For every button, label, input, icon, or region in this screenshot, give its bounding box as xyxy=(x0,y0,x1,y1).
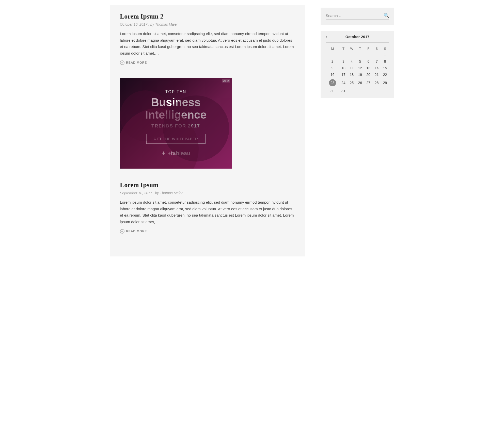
article-1-meta-sep: . by xyxy=(148,22,155,26)
search-icon: 🔍 xyxy=(384,13,389,18)
calendar-day-cell[interactable]: 11 xyxy=(348,65,356,71)
calendar-header: ‹ October 2017 xyxy=(326,35,389,39)
ad-brand-name: +tableau xyxy=(168,150,191,157)
tableau-icon: ✦ xyxy=(161,150,166,156)
article-2-read-more-button[interactable]: + READ MORE xyxy=(120,229,147,234)
calendar-day-cell[interactable]: 5 xyxy=(356,58,364,65)
search-box: 🔍 xyxy=(321,8,394,25)
article-1-read-more-label: READ MORE xyxy=(126,61,147,64)
calendar-day-cell[interactable]: 6 xyxy=(364,58,373,65)
calendar-day-cell[interactable]: 18 xyxy=(348,71,356,78)
calendar-day-cell[interactable]: 29 xyxy=(381,78,389,88)
ad-banner[interactable]: Ad ✕ TOP TEN Business Intelligence TREND… xyxy=(120,78,232,169)
article-1-meta: October 10, 2017 . by Thomas Maier xyxy=(120,22,295,26)
calendar-widget: ‹ October 2017 M T W T F S S 1 xyxy=(321,31,394,98)
search-input-wrapper: 🔍 xyxy=(326,13,389,20)
calendar-week-row: 1 xyxy=(326,52,389,58)
article-1-read-more-button[interactable]: + READ MORE xyxy=(120,60,147,65)
calendar-day-cell xyxy=(372,88,381,94)
cal-header-m: M xyxy=(326,46,339,52)
calendar-day-cell[interactable]: 16 xyxy=(326,71,339,78)
calendar-day-cell[interactable]: 19 xyxy=(356,71,364,78)
cal-header-f: F xyxy=(364,46,373,52)
article-1-author: Thomas Maier xyxy=(155,22,178,26)
cal-header-w: W xyxy=(348,46,356,52)
calendar-day-cell[interactable]: 12 xyxy=(356,65,364,71)
calendar-day-cell xyxy=(339,52,348,58)
article-1-title: Lorem Ipsum 2 xyxy=(120,13,295,20)
ad-top-text: TOP TEN xyxy=(165,90,186,94)
main-content: Lorem Ipsum 2 October 10, 2017 . by Thom… xyxy=(110,5,305,256)
cal-header-t1: T xyxy=(339,46,348,52)
article-2-date: September 10, 2017 xyxy=(120,191,152,195)
calendar-day-cell[interactable]: 3 xyxy=(339,58,348,65)
article-2-meta-sep: . by xyxy=(153,191,160,195)
calendar-day-cell[interactable]: 14 xyxy=(372,65,381,71)
article-2: Lorem Ipsum September 10, 2017 . by Thom… xyxy=(120,181,295,234)
calendar-day-cell xyxy=(364,88,373,94)
calendar-day-cell[interactable]: 2 xyxy=(326,58,339,65)
calendar-day-cell[interactable]: 28 xyxy=(372,78,381,88)
calendar-grid: M T W T F S S 12345678910111213141516171… xyxy=(326,46,389,94)
calendar-day-cell[interactable]: 21 xyxy=(372,71,381,78)
calendar-day-cell[interactable]: 13 xyxy=(364,65,373,71)
article-1-body: Lorem ipsum dolor sit amet, consetetur s… xyxy=(120,30,295,56)
calendar-day-cell[interactable]: 9 xyxy=(326,65,339,71)
plus-icon-1: + xyxy=(120,60,124,65)
calendar-week-row: 9101112131415 xyxy=(326,65,389,71)
calendar-week-row: 2345678 xyxy=(326,58,389,65)
calendar-day-cell[interactable]: 15 xyxy=(381,65,389,71)
article-2-body: Lorem ipsum dolor sit amet, consetetur s… xyxy=(120,199,295,225)
today-indicator: 23 xyxy=(329,79,336,86)
calendar-day-cell[interactable]: 1 xyxy=(381,52,389,58)
ad-badge: Ad ✕ xyxy=(222,79,230,83)
calendar-day-cell xyxy=(364,52,373,58)
calendar-week-row: 23242526272829 xyxy=(326,78,389,88)
calendar-day-cell[interactable]: 24 xyxy=(339,78,348,88)
calendar-day-cell[interactable]: 23 xyxy=(326,78,339,88)
calendar-body: 1234567891011121314151617181920212223242… xyxy=(326,52,389,94)
cal-header-s1: S xyxy=(372,46,381,52)
ad-cta-button[interactable]: GET THE WHITEPAPER xyxy=(146,134,206,144)
calendar-day-cell[interactable]: 22 xyxy=(381,71,389,78)
calendar-day-cell[interactable]: 17 xyxy=(339,71,348,78)
calendar-day-cell[interactable]: 20 xyxy=(364,71,373,78)
calendar-day-cell[interactable]: 8 xyxy=(381,58,389,65)
ad-main-title: Business Intelligence xyxy=(128,96,224,121)
search-button[interactable]: 🔍 xyxy=(384,13,389,18)
calendar-week-row: 16171819202122 xyxy=(326,71,389,78)
calendar-day-cell[interactable]: 26 xyxy=(356,78,364,88)
article-2-title: Lorem Ipsum xyxy=(120,181,295,189)
calendar-days-header-row: M T W T F S S xyxy=(326,46,389,52)
calendar-day-cell xyxy=(372,52,381,58)
calendar-title: October 2017 xyxy=(345,35,370,39)
article-1-date: October 10, 2017 xyxy=(120,22,147,26)
calendar-day-cell[interactable]: 30 xyxy=(326,88,339,94)
sidebar: 🔍 ‹ October 2017 M T W T F S xyxy=(321,5,394,256)
calendar-divider xyxy=(326,42,389,43)
page-wrapper: Lorem Ipsum 2 October 10, 2017 . by Thom… xyxy=(100,0,404,262)
article-2-read-more-label: READ MORE xyxy=(126,230,147,233)
calendar-day-cell[interactable]: 7 xyxy=(372,58,381,65)
calendar-day-cell xyxy=(356,52,364,58)
calendar-day-cell[interactable]: 31 xyxy=(339,88,348,94)
calendar-day-cell xyxy=(381,88,389,94)
calendar-prev-button[interactable]: ‹ xyxy=(326,35,327,39)
calendar-week-row: 3031 xyxy=(326,88,389,94)
ad-brand: ✦ +tableau xyxy=(161,150,191,157)
calendar-day-cell xyxy=(326,52,339,58)
article-2-meta: September 10, 2017 . by Thomas Maier xyxy=(120,191,295,195)
cal-header-t2: T xyxy=(356,46,364,52)
article-2-author: Thomas Maier xyxy=(160,191,182,195)
calendar-day-cell[interactable]: 25 xyxy=(348,78,356,88)
article-1: Lorem Ipsum 2 October 10, 2017 . by Thom… xyxy=(120,13,295,65)
calendar-day-cell[interactable]: 27 xyxy=(364,78,373,88)
calendar-day-cell[interactable]: 10 xyxy=(339,65,348,71)
search-input[interactable] xyxy=(326,13,384,18)
ad-subtitle: TRENDS FOR 2017 xyxy=(151,123,200,129)
cal-header-s2: S xyxy=(381,46,389,52)
plus-icon-2: + xyxy=(120,229,124,234)
calendar-day-cell xyxy=(348,88,356,94)
calendar-day-cell xyxy=(348,52,356,58)
calendar-day-cell[interactable]: 4 xyxy=(348,58,356,65)
